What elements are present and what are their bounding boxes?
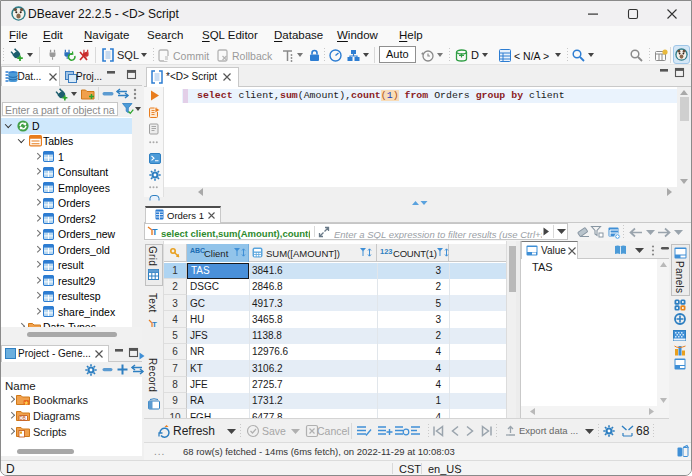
svg-text:T: T [152,227,158,237]
svg-text:T: T [152,320,157,329]
svg-text:DB: DB [20,416,26,421]
